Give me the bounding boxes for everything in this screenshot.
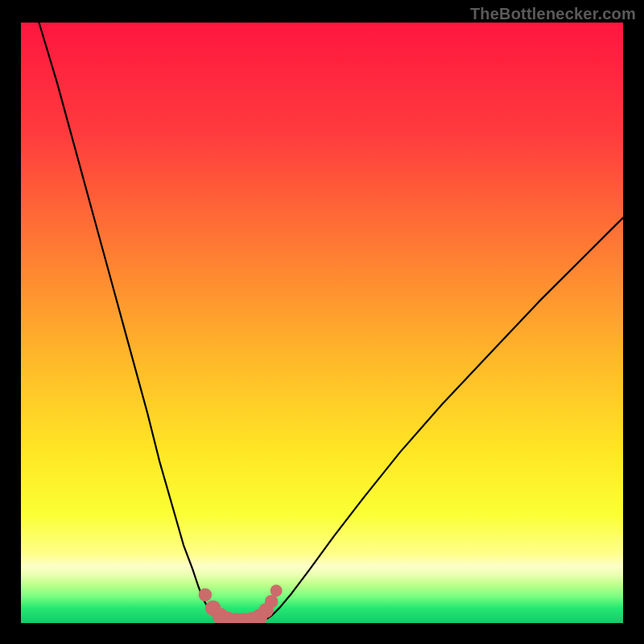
valley-marker bbox=[199, 588, 212, 601]
plot-area bbox=[21, 23, 623, 623]
curve-layer bbox=[21, 23, 623, 623]
watermark-label: TheBottlenecker.com bbox=[470, 5, 636, 23]
bottleneck-curve bbox=[39, 23, 623, 623]
valley-marker bbox=[265, 595, 278, 608]
valley-marker bbox=[270, 584, 283, 597]
